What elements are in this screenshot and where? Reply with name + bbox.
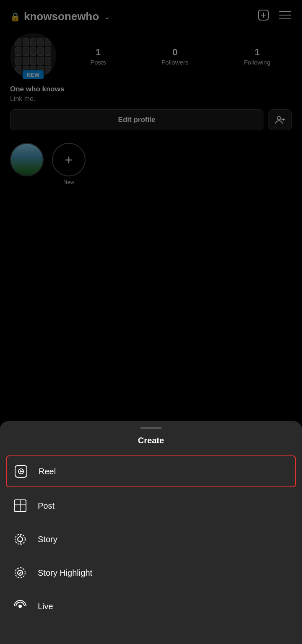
sheet-items: Reel Post Story bbox=[0, 450, 302, 627]
post-label: Post bbox=[38, 501, 55, 511]
story-icon bbox=[13, 532, 28, 547]
create-reel-item[interactable]: Reel bbox=[6, 455, 296, 487]
story-label: Story bbox=[38, 535, 57, 544]
create-live-item[interactable]: Live bbox=[0, 590, 302, 623]
reel-icon bbox=[13, 464, 29, 479]
bottom-sheet: Create Reel Post bbox=[0, 421, 302, 644]
create-story-item[interactable]: Story bbox=[0, 522, 302, 556]
reel-label: Reel bbox=[39, 467, 56, 476]
svg-point-21 bbox=[19, 605, 21, 608]
live-icon bbox=[13, 599, 28, 614]
sheet-title: Create bbox=[0, 429, 302, 450]
story-highlight-icon bbox=[13, 565, 28, 580]
svg-point-16 bbox=[18, 537, 23, 542]
story-highlight-label: Story Highlight bbox=[38, 568, 92, 578]
live-label: Live bbox=[38, 602, 53, 611]
create-post-item[interactable]: Post bbox=[0, 489, 302, 522]
create-story-highlight-item[interactable]: Story Highlight bbox=[0, 556, 302, 590]
post-icon bbox=[13, 498, 28, 513]
